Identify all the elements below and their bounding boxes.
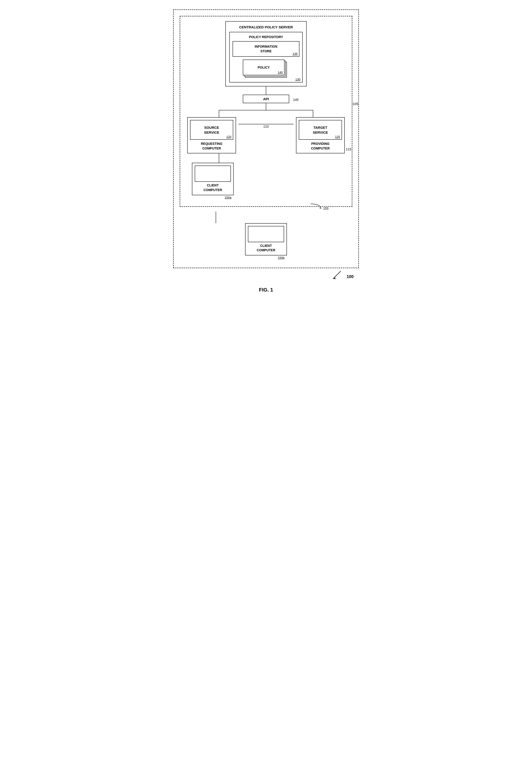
requesting-computer-box: SOURCESERVICE 120 REQUESTINGCOMPUTER xyxy=(187,117,236,153)
client-b-outer-box: CLIENTCOMPUTER xyxy=(245,223,287,256)
ref-145: 145 xyxy=(293,98,299,102)
client-a-label: CLIENTCOMPUTER xyxy=(195,183,231,192)
source-service-inner-box: SOURCESERVICE 120 xyxy=(190,120,233,140)
page: 105 CENTRALIZED POLICY SERVER POLICY REP… xyxy=(166,5,366,298)
ref-110-label: 110 xyxy=(263,124,269,128)
target-service-inner-box: TARGETSERVICE 125 xyxy=(299,120,342,140)
line-server-to-api xyxy=(266,87,266,95)
ref-150b: 150b xyxy=(278,256,285,260)
ref-150a: 150a xyxy=(225,196,232,199)
ref-125: 125 xyxy=(335,135,340,138)
providing-computer-box: TARGETSERVICE 125 PROVIDINGCOMPUTER xyxy=(296,117,345,153)
source-service-label: SOURCESERVICE xyxy=(204,125,219,135)
ref-100-area: 100 xyxy=(332,270,354,279)
ref-120: 120 xyxy=(226,135,232,138)
client-b-inner-box xyxy=(248,226,284,242)
api-title: API xyxy=(248,97,284,101)
branch-svg xyxy=(185,103,347,117)
svg-line-8 xyxy=(334,271,341,278)
policy-title: POLICY xyxy=(258,66,270,69)
outer-dashed-box: 105 CENTRALIZED POLICY SERVER POLICY REP… xyxy=(173,9,359,268)
diagram-container: 105 CENTRALIZED POLICY SERVER POLICY REP… xyxy=(166,5,366,298)
client-b-label: CLIENTCOMPUTER xyxy=(248,244,284,253)
ref-155-label: 155 xyxy=(308,203,328,210)
ref-115: 115 xyxy=(346,147,351,151)
policy-repository-box: POLICY REPOSITORY INFORMATIONSTORE 135 xyxy=(229,32,303,83)
client-a-row: CLIENTCOMPUTER 150a xyxy=(185,163,347,199)
target-service-label: TARGETSERVICE xyxy=(313,125,328,135)
policy-repository-title: POLICY REPOSITORY xyxy=(233,35,299,39)
info-store-box: INFORMATIONSTORE 135 xyxy=(233,41,299,57)
inner-dashed-box: 105 CENTRALIZED POLICY SERVER POLICY REP… xyxy=(179,16,353,207)
client-b-row: CLIENTCOMPUTER 150b xyxy=(179,223,353,260)
client-a-outer-box: CLIENTCOMPUTER xyxy=(192,163,234,195)
h-connector-overlay xyxy=(185,121,347,122)
client-b-block: CLIENTCOMPUTER 150b xyxy=(245,223,287,260)
h-connector-svg xyxy=(185,124,347,124)
ref-100-label: 100 xyxy=(347,274,354,279)
services-row: SOURCESERVICE 120 REQUESTINGCOMPUTER 110 xyxy=(185,117,347,153)
ref-140: 140 xyxy=(278,71,283,74)
requesting-computer-label: REQUESTINGCOMPUTER xyxy=(190,142,233,151)
source-to-client-line-area xyxy=(185,153,347,163)
ref-155-text: 155 xyxy=(323,207,328,210)
api-box: API 145 xyxy=(243,95,289,103)
branch-area xyxy=(185,103,347,117)
client-a-inner-box xyxy=(195,166,231,182)
ref-135: 135 xyxy=(293,52,298,55)
source-service-block: SOURCESERVICE 120 REQUESTINGCOMPUTER xyxy=(187,117,236,153)
providing-computer-label: PROVIDINGCOMPUTER xyxy=(299,142,342,151)
source-to-client-svg xyxy=(185,153,347,163)
client-a-block: CLIENTCOMPUTER 150a xyxy=(192,163,234,199)
full-diagram: 105 CENTRALIZED POLICY SERVER POLICY REP… xyxy=(173,9,359,293)
info-store-title: INFORMATIONSTORE xyxy=(236,44,296,53)
ref-105-label: 105 xyxy=(353,102,358,106)
policy-server-title: CENTRALIZED POLICY SERVER xyxy=(229,25,303,29)
target-service-block: TARGETSERVICE 125 PROVIDINGCOMPUTER 115 xyxy=(296,117,345,153)
client-below-svg xyxy=(179,211,353,223)
fig-caption: FIG. 1 xyxy=(173,287,359,293)
ref-155-svg xyxy=(308,203,322,210)
client-line-below xyxy=(179,211,353,223)
policy-server-box: CENTRALIZED POLICY SERVER POLICY REPOSIT… xyxy=(225,21,307,87)
policy-stack: POLICY 140 xyxy=(243,59,289,79)
ref-130: 130 xyxy=(295,78,300,81)
ref-100-svg xyxy=(332,270,346,279)
svg-marker-9 xyxy=(333,277,336,279)
